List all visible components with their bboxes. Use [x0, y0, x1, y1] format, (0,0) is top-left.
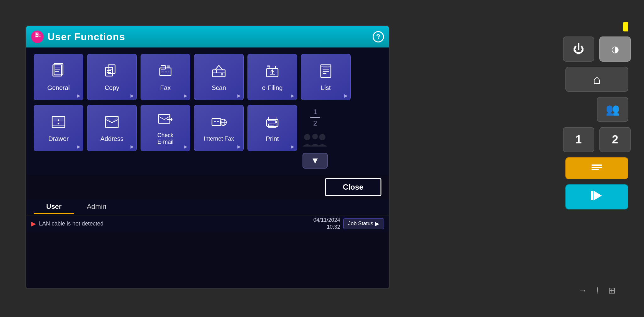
title-bar: User Functions ? — [26, 26, 389, 47]
svg-rect-60 — [269, 117, 276, 121]
energy-button[interactable]: ◑ — [599, 36, 631, 62]
function-grid-row2: Drawer ▶ Address — [34, 105, 297, 151]
general-button[interactable]: General ▶ — [34, 54, 83, 100]
efiling-arrow: ▶ — [291, 93, 294, 98]
svg-rect-61 — [269, 124, 276, 128]
close-section: Close — [26, 175, 389, 199]
down-button[interactable]: ▼ — [303, 153, 328, 169]
internet-fax-label: Internet Fax — [204, 136, 234, 142]
svg-point-66 — [312, 134, 318, 139]
tab-user[interactable]: User — [34, 199, 74, 215]
print-button[interactable]: Print ▶ — [247, 105, 297, 151]
power-icon: ⏻ — [573, 42, 584, 56]
scan-arrow: ▶ — [237, 93, 241, 98]
fax-button[interactable]: Fax ▶ — [141, 54, 190, 100]
scan-icon — [211, 63, 227, 82]
drawer-label: Drawer — [48, 135, 69, 142]
device-wrapper: User Functions ? — [0, 0, 644, 317]
scan-label: Scan — [212, 84, 226, 92]
page-current: 1 — [313, 108, 317, 116]
down-arrow-icon: ▼ — [311, 156, 319, 166]
svg-rect-49 — [158, 114, 170, 123]
svg-point-65 — [304, 134, 310, 140]
cp-bottom-row: → ! ⊞ — [578, 285, 616, 296]
svg-rect-3 — [36, 36, 38, 37]
list-label: List — [321, 84, 330, 92]
print-icon — [264, 114, 280, 133]
control-panel: ⏻ ◑ ⌂ 👥 1 2 — [556, 19, 638, 296]
drawer-arrow: ▶ — [77, 144, 80, 149]
svg-rect-33 — [267, 65, 270, 67]
copy-arrow: ▶ — [130, 93, 134, 98]
print-arrow: ▶ — [291, 144, 294, 149]
screen-area: User Functions ? — [25, 25, 390, 289]
list-button[interactable]: List ▶ — [301, 54, 351, 100]
start-icon — [589, 188, 605, 206]
fax-arrow: ▶ — [184, 93, 187, 98]
svg-rect-18 — [161, 65, 165, 69]
internet-fax-button[interactable]: Internet Fax ▶ — [194, 105, 244, 151]
svg-point-29 — [221, 73, 223, 75]
list-icon — [318, 63, 334, 82]
users-row: 👥 — [565, 97, 628, 122]
user-functions-icon — [31, 31, 44, 43]
alert-icon[interactable]: ! — [597, 286, 599, 296]
page-divider — [310, 117, 320, 118]
home-button[interactable]: ⌂ — [565, 67, 628, 92]
right-section: 1 2 — [301, 105, 329, 169]
start-button[interactable] — [565, 184, 628, 209]
page-title: User Functions — [47, 31, 125, 43]
list-arrow: ▶ — [344, 93, 348, 98]
copy-icon — [104, 63, 120, 82]
svg-point-43 — [58, 123, 59, 124]
svg-point-62 — [275, 121, 277, 123]
close-button[interactable]: Close — [325, 178, 381, 196]
internet-fax-arrow: ▶ — [237, 144, 241, 149]
svg-rect-26 — [213, 70, 225, 77]
svg-rect-45 — [53, 117, 64, 121]
address-label: Address — [100, 135, 123, 142]
arrow-right-icon[interactable]: → — [578, 286, 587, 296]
job-status-arrow-icon: ▶ — [375, 220, 379, 227]
function-grid-row2-wrapper: Drawer ▶ Address — [34, 105, 381, 169]
users-icon: 👥 — [606, 103, 620, 116]
power-button[interactable]: ⏻ — [563, 36, 594, 62]
status-play-icon: ▶ — [31, 220, 36, 227]
tab-user-label: User — [46, 203, 62, 210]
general-arrow: ▶ — [77, 93, 80, 98]
num2-button[interactable]: 2 — [599, 127, 631, 152]
drawer-button[interactable]: Drawer ▶ — [34, 105, 83, 151]
address-button[interactable]: Address ▶ — [87, 105, 137, 151]
main-content: General ▶ Copy — [26, 47, 389, 175]
efiling-button[interactable]: e-Filing ▶ — [247, 54, 297, 100]
yellow-indicator — [623, 22, 628, 31]
tab-admin[interactable]: Admin — [74, 199, 119, 215]
status-message: LAN cable is not detected — [39, 220, 310, 227]
address-icon — [104, 114, 120, 133]
general-icon — [50, 63, 67, 82]
users-button[interactable]: 👥 — [597, 97, 628, 122]
cp-top-row: ⏻ ◑ — [563, 36, 631, 62]
svg-rect-53 — [212, 119, 221, 125]
efiling-label: e-Filing — [262, 84, 283, 92]
efiling-icon — [264, 63, 280, 82]
job-status-button[interactable]: Job Status ▶ — [343, 218, 384, 229]
check-email-arrow: ▶ — [184, 144, 187, 149]
panel-icon[interactable]: ⊞ — [608, 285, 615, 296]
svg-point-67 — [319, 134, 325, 140]
svg-rect-25 — [167, 65, 170, 68]
cp-num-row: 1 2 — [563, 127, 631, 152]
tab-active-indicator — [34, 213, 74, 214]
scan-button[interactable]: Scan ▶ — [194, 54, 244, 100]
yellow-function-button[interactable] — [565, 157, 628, 179]
drawer-icon — [50, 114, 67, 133]
check-email-button[interactable]: Check E-mail ▶ — [141, 105, 190, 151]
fax-label: Fax — [160, 84, 170, 92]
help-button[interactable]: ? — [373, 31, 384, 42]
fax-icon — [157, 63, 174, 82]
tab-admin-label: Admin — [87, 203, 106, 210]
num1-button[interactable]: 1 — [563, 127, 594, 152]
copy-button[interactable]: Copy ▶ — [87, 54, 137, 100]
internet-fax-icon — [211, 114, 227, 133]
check-email-label: Check E-mail — [157, 132, 173, 145]
